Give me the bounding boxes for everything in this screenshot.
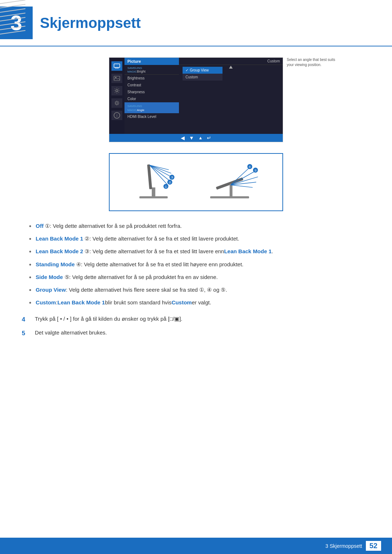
bullet-group-view-label: Group View — [36, 286, 66, 294]
svg-line-5 — [0, 22, 25, 25]
chapter-banner: 3 Skjermoppsett — [0, 0, 392, 46]
diagram-section: ① ② ③ ④ ⑤ — [22, 153, 370, 211]
bullet-lean-back-1-label: Lean Back Mode 1 — [36, 235, 83, 243]
svg-text:③: ③ — [171, 176, 173, 179]
svg-line-6 — [0, 26, 25, 30]
bullet-off: Off ①: Velg dette alternativet for å se … — [22, 222, 370, 231]
monitor-tooltip: Select an angle that best suits your vie… — [287, 57, 341, 67]
monitor-icon-settings — [111, 86, 122, 95]
monitor-samsung-bright: SAMSUNG MAGICBright — [124, 65, 179, 75]
svg-line-24 — [150, 165, 172, 177]
monitor-menu-header: Picture — [124, 58, 179, 65]
monitor-icon-gear — [111, 98, 122, 108]
footer-text: 3 Skjermoppsett — [326, 543, 362, 549]
monitor-right-panel: Custom Group View Custom — [179, 58, 283, 134]
monitor-menu: Picture SAMSUNG MAGICBright Brightness C… — [124, 58, 179, 134]
bullet-lean-back-2-label: Lean Back Mode 2 — [36, 247, 83, 256]
svg-line-3 — [0, 13, 25, 17]
menu-item-contrast[interactable]: Contrast — [124, 82, 179, 89]
svg-text:⑤: ⑤ — [254, 169, 257, 172]
bullet-off-label: Off — [36, 222, 44, 230]
monitor-bottom-bar: ◀ ▼ ▲ ↵ — [109, 134, 283, 142]
bullet-standing-label: Standing Mode — [36, 260, 75, 269]
svg-line-1 — [0, 4, 25, 8]
svg-text:②: ② — [168, 181, 171, 184]
step-5-number: 5 — [22, 329, 29, 338]
footer-page-number: 52 — [366, 541, 381, 551]
monitor-wrapper: i Picture SAMSUNG MAGICBright Brightness… — [109, 57, 283, 142]
dropdown-item-group-view[interactable]: Group View — [183, 67, 222, 74]
step-4-number: 4 — [22, 315, 29, 324]
menu-item-brightness[interactable]: Brightness — [124, 75, 179, 82]
bullet-lean-back-1: Lean Back Mode 1 ②: Velg dette alternati… — [22, 235, 370, 244]
main-content: i Picture SAMSUNG MAGICBright Brightness… — [0, 57, 392, 367]
bullet-lean-back-2: Lean Back Mode 2 ③: Velg dette alternati… — [22, 247, 370, 257]
svg-line-4 — [0, 17, 25, 21]
monitor-ui: i Picture SAMSUNG MAGICBright Brightness… — [109, 57, 283, 142]
nav-up-icon: ▲ — [198, 135, 203, 140]
step-5: 5 Det valgte alternativet brukes. — [22, 329, 370, 338]
bullet-custom-lean-back: Lean Back Mode 1 — [57, 299, 105, 307]
corner-decoration — [0, 0, 25, 36]
svg-point-15 — [116, 102, 118, 104]
svg-rect-12 — [114, 76, 120, 81]
dropdown-item-custom[interactable]: Custom — [183, 74, 222, 81]
bullet-custom: Custom: Lean Back Mode 1 blir brukt som … — [22, 299, 370, 308]
numbered-steps: 4 Trykk på [ • / • ] for å gå til kilden… — [22, 315, 370, 338]
nav-enter-icon: ↵ — [207, 135, 211, 141]
nav-down-icon: ▼ — [189, 135, 194, 141]
svg-line-2 — [0, 9, 25, 12]
monitor-right-top: Custom — [179, 58, 283, 65]
bullet-list: Off ①: Velg dette alternativet for å se … — [22, 222, 370, 308]
monitor-icon-info: i — [111, 111, 122, 120]
bullet-lean-back-2-ref: Lean Back Mode 1 — [224, 247, 271, 256]
svg-text:i: i — [117, 114, 117, 118]
svg-line-25 — [150, 165, 171, 173]
svg-point-14 — [116, 90, 118, 92]
diagram-box: ① ② ③ ④ ⑤ — [109, 153, 283, 211]
monitor-dropdown: Group View Custom — [183, 67, 222, 81]
svg-text:④: ④ — [248, 165, 251, 169]
monitor-icon-image — [111, 74, 122, 83]
menu-item-color[interactable]: Color — [124, 95, 179, 102]
monitor-icons-column: i — [109, 58, 124, 134]
svg-marker-18 — [229, 66, 233, 69]
nav-left-icon: ◀ — [181, 135, 185, 141]
svg-line-0 — [0, 0, 25, 4]
angle-diagram: ① ② ③ ④ ⑤ — [110, 154, 282, 210]
svg-line-7 — [0, 30, 25, 34]
svg-text:①: ① — [164, 185, 167, 189]
svg-line-40 — [231, 185, 253, 188]
step-4-text: Trykk på [ • / • ] for å gå til kilden d… — [35, 315, 182, 323]
step-4: 4 Trykk på [ • / • ] for å gå til kilden… — [22, 315, 370, 324]
bullet-side-label: Side Mode — [36, 273, 63, 282]
page-footer: 3 Skjermoppsett 52 — [0, 538, 392, 554]
svg-rect-21 — [147, 164, 152, 189]
bullet-group-view: Group View: Velg dette alternativet hvis… — [22, 286, 370, 295]
bullet-side-mode: Side Mode ⑤: Velg dette alternativet for… — [22, 273, 370, 282]
bullet-standing-mode: Standing Mode ④: Velg dette alternativet… — [22, 260, 370, 270]
monitor-custom-label: Custom — [268, 59, 280, 63]
menu-item-hdmi-black[interactable]: HDMI Black Level — [124, 113, 179, 120]
svg-rect-35 — [230, 184, 233, 197]
chapter-title: Skjermoppsett — [40, 15, 141, 31]
monitor-section: i Picture SAMSUNG MAGICBright Brightness… — [22, 57, 370, 142]
menu-item-sharpness[interactable]: Sharpness — [124, 89, 179, 95]
monitor-icon-display — [111, 61, 122, 71]
menu-item-magic-angle[interactable]: SAMSUNG MAGICAngle — [124, 102, 179, 113]
bullet-custom-label: Custom — [36, 299, 56, 307]
step-5-text: Det valgte alternativet brukes. — [35, 329, 107, 337]
svg-rect-20 — [152, 188, 155, 197]
monitor-ui-inner: i Picture SAMSUNG MAGICBright Brightness… — [109, 58, 283, 134]
svg-rect-8 — [114, 64, 120, 67]
bullet-custom-ref: Custom — [172, 299, 192, 307]
svg-line-22 — [150, 165, 168, 185]
